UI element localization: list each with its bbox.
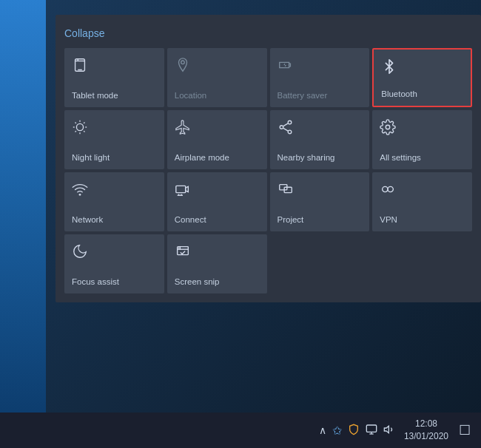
- svg-point-31: [178, 248, 179, 249]
- airplane-mode-icon: [175, 119, 191, 139]
- airplane-mode-label: Airplane mode: [175, 153, 229, 163]
- svg-marker-35: [384, 426, 388, 432]
- connect-icon: [175, 181, 191, 201]
- project-icon: [278, 181, 294, 201]
- location-icon: [175, 57, 191, 77]
- svg-line-11: [75, 131, 76, 132]
- clock-time: 12:08: [404, 418, 448, 430]
- svg-point-26: [383, 186, 388, 191]
- taskbar-clock[interactable]: 12:08 13/01/2020: [398, 418, 454, 443]
- svg-line-12: [84, 123, 84, 123]
- tile-connect[interactable]: Connect: [167, 172, 267, 231]
- svg-rect-20: [176, 186, 186, 192]
- tablet-mode-label: Tablet mode: [72, 91, 118, 101]
- windows-security-icon[interactable]: [345, 424, 363, 438]
- tile-network[interactable]: Network: [64, 172, 164, 231]
- svg-point-18: [386, 125, 391, 129]
- night-light-label: Night light: [72, 153, 110, 163]
- tile-nearby-sharing[interactable]: Nearby sharing: [270, 110, 370, 169]
- project-label: Project: [278, 215, 304, 225]
- network-icon: [72, 181, 88, 201]
- location-label: Location: [175, 91, 206, 101]
- chevron-up-icon[interactable]: ∧: [316, 424, 329, 436]
- system-tray-expand[interactable]: ∧: [316, 424, 329, 436]
- all-settings-icon: [380, 119, 396, 139]
- svg-point-15: [280, 126, 283, 129]
- svg-point-4: [76, 123, 83, 130]
- collapse-button[interactable]: Collapse: [64, 27, 104, 39]
- network-status-icon[interactable]: [363, 424, 380, 438]
- screen-snip-label: Screen snip: [175, 277, 220, 288]
- svg-point-27: [388, 186, 393, 191]
- notification-center-icon[interactable]: ☐: [454, 422, 475, 438]
- clock-date: 13/01/2020: [404, 430, 448, 443]
- tile-battery-saver[interactable]: Battery saver: [270, 48, 370, 107]
- svg-line-10: [84, 131, 84, 132]
- tile-tablet-mode[interactable]: Tablet mode: [64, 48, 164, 107]
- svg-point-3: [181, 61, 184, 64]
- screen-snip-icon: [175, 243, 191, 263]
- sidebar-accent: [0, 0, 46, 413]
- tile-night-light[interactable]: Night light: [64, 110, 164, 169]
- connect-label: Connect: [175, 215, 206, 225]
- volume-icon[interactable]: [380, 424, 398, 438]
- nearby-sharing-label: Nearby sharing: [278, 153, 335, 163]
- bluetooth-icon: [381, 58, 397, 78]
- svg-point-13: [288, 121, 292, 124]
- taskbar: ∧ ✩ 12:08 13/01/2020 ☐: [0, 413, 481, 448]
- network-label: Network: [72, 215, 103, 225]
- tile-screen-snip[interactable]: Screen snip: [167, 234, 267, 293]
- action-center: Collapse Tablet mode Locatio: [56, 15, 481, 302]
- battery-saver-icon: [278, 57, 294, 77]
- battery-saver-label: Battery saver: [278, 91, 328, 101]
- tile-project[interactable]: Project: [270, 172, 370, 231]
- svg-line-17: [283, 128, 287, 131]
- focus-assist-label: Focus assist: [72, 277, 119, 288]
- tile-all-settings[interactable]: All settings: [372, 110, 472, 169]
- svg-line-9: [75, 123, 76, 123]
- bluetooth-label: Bluetooth: [381, 89, 417, 100]
- tile-focus-assist[interactable]: Focus assist: [64, 234, 164, 293]
- tile-bluetooth[interactable]: Bluetooth: [372, 48, 472, 107]
- svg-line-16: [283, 123, 287, 126]
- nearby-sharing-icon: [278, 119, 294, 139]
- focus-assist-icon: [72, 243, 88, 263]
- svg-point-14: [288, 130, 292, 134]
- vpn-label: VPN: [380, 215, 397, 225]
- tiles-grid: Tablet mode Location Battery saver: [64, 48, 472, 293]
- night-light-icon: [72, 119, 88, 139]
- vpn-icon: [380, 181, 396, 201]
- dropbox-icon[interactable]: ✩: [329, 424, 345, 438]
- tile-airplane-mode[interactable]: Airplane mode: [167, 110, 267, 169]
- tablet-mode-icon: [72, 57, 88, 77]
- all-settings-label: All settings: [380, 153, 421, 163]
- svg-rect-32: [366, 425, 376, 432]
- svg-point-19: [79, 194, 81, 196]
- tile-location[interactable]: Location: [167, 48, 267, 107]
- tile-vpn[interactable]: VPN: [372, 172, 472, 231]
